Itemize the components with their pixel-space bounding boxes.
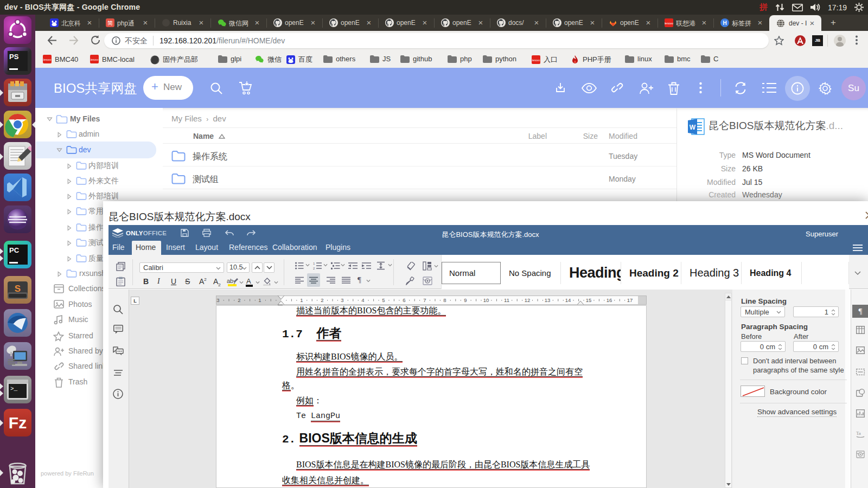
- svg-text:7: 7: [423, 297, 426, 303]
- svg-text:15: 15: [586, 297, 592, 303]
- svg-text:4: 4: [361, 297, 364, 303]
- svg-text:1: 1: [300, 297, 303, 303]
- svg-text:11: 11: [504, 297, 509, 303]
- svg-text:Ta: Ta: [856, 431, 861, 436]
- svg-text:2: 2: [238, 297, 240, 303]
- svg-text:14: 14: [565, 297, 571, 303]
- svg-text:5: 5: [382, 297, 385, 303]
- svg-text:1: 1: [258, 297, 261, 303]
- svg-text:2: 2: [313, 267, 315, 270]
- svg-text:8: 8: [443, 297, 446, 303]
- svg-text:16: 16: [607, 297, 612, 303]
- svg-text:W: W: [690, 124, 696, 131]
- svg-text:lenovo: lenovo: [43, 58, 52, 61]
- svg-text:1: 1: [313, 262, 315, 265]
- svg-text:lenovo: lenovo: [532, 59, 540, 62]
- svg-text:简: 简: [107, 20, 113, 26]
- svg-text:13: 13: [545, 297, 551, 303]
- svg-text:12: 12: [525, 297, 531, 303]
- svg-text:17: 17: [627, 297, 633, 303]
- svg-text:3: 3: [216, 297, 219, 303]
- svg-text:lenovo: lenovo: [665, 22, 673, 25]
- svg-text:10: 10: [483, 297, 489, 303]
- svg-text:2: 2: [321, 297, 323, 303]
- svg-text:3: 3: [341, 297, 343, 303]
- svg-text:lenovo: lenovo: [91, 58, 99, 61]
- svg-text:H: H: [723, 20, 726, 26]
- svg-text:6: 6: [403, 297, 405, 303]
- svg-text:9: 9: [464, 297, 467, 303]
